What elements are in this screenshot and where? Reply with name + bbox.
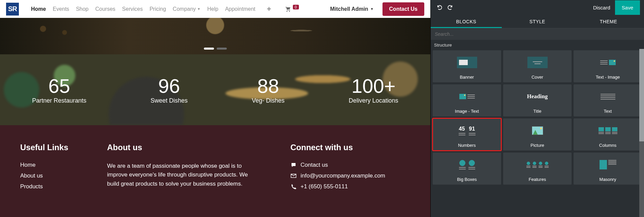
sidebar-scrollbar[interactable] bbox=[639, 49, 644, 217]
nav-appointment[interactable]: Appointment bbox=[225, 6, 255, 12]
block-image-text[interactable]: Image - Text bbox=[433, 84, 501, 116]
block-masonry[interactable]: Masonry bbox=[574, 153, 642, 185]
svg-point-1 bbox=[289, 11, 290, 12]
editor-toolbar: Discard Save bbox=[431, 0, 644, 15]
nav-home[interactable]: Home bbox=[31, 6, 46, 12]
footer-link-home[interactable]: Home bbox=[20, 162, 77, 168]
footer-contact-link[interactable]: Contact us bbox=[290, 162, 410, 168]
section-structure-label: Structure bbox=[431, 40, 644, 49]
tab-style[interactable]: STYLE bbox=[502, 15, 573, 28]
top-navigation: SR Home Events Shop Courses Services Pri… bbox=[0, 0, 430, 18]
nav-events[interactable]: Events bbox=[53, 6, 69, 12]
block-picture[interactable]: Picture bbox=[503, 118, 572, 151]
block-text[interactable]: Text bbox=[574, 84, 642, 116]
redo-button[interactable] bbox=[445, 2, 455, 12]
counter-4[interactable]: 100+ Delivery Locations bbox=[349, 75, 398, 105]
counter-value: 100+ bbox=[349, 75, 398, 97]
counter-label: Partner Restaurants bbox=[32, 97, 86, 104]
speech-icon bbox=[290, 162, 297, 168]
block-features[interactable]: Features bbox=[503, 153, 572, 185]
counter-value: 96 bbox=[151, 75, 188, 97]
save-button[interactable]: Save bbox=[615, 0, 640, 15]
cart-count-badge: 0 bbox=[293, 5, 299, 9]
numbers-section[interactable]: 65 Partner Restaurants 96 Sweet Dishes 8… bbox=[0, 54, 430, 125]
footer-connect-title: Connect with us bbox=[290, 143, 410, 152]
footer-about-text: We are a team of passionate people whose… bbox=[107, 162, 260, 188]
nav-courses[interactable]: Courses bbox=[95, 6, 116, 12]
nav-help[interactable]: Help bbox=[207, 6, 218, 12]
block-search-input[interactable] bbox=[431, 28, 644, 40]
chevron-down-icon: ▼ bbox=[370, 7, 374, 11]
hero-carousel bbox=[0, 18, 430, 54]
counter-2[interactable]: 96 Sweet Dishes bbox=[151, 75, 188, 105]
nav-shop[interactable]: Shop bbox=[76, 6, 88, 12]
footer-link-about[interactable]: About us bbox=[20, 172, 77, 179]
phone-icon bbox=[290, 184, 297, 190]
nav-services[interactable]: Services bbox=[122, 6, 143, 12]
undo-button[interactable] bbox=[435, 2, 445, 12]
counter-label: Sweet Dishes bbox=[151, 97, 188, 104]
nav-pricing[interactable]: Pricing bbox=[150, 6, 166, 12]
carousel-indicator-2[interactable] bbox=[217, 48, 227, 50]
tab-theme[interactable]: THEME bbox=[573, 15, 644, 28]
footer-links-title: Useful Links bbox=[20, 143, 77, 152]
counter-1[interactable]: 65 Partner Restaurants bbox=[32, 75, 86, 105]
counter-value: 88 bbox=[252, 75, 284, 97]
discard-button[interactable]: Discard bbox=[593, 5, 610, 10]
blocks-grid: Banner Cover Text - Image Image - Text H… bbox=[433, 50, 642, 185]
footer-phone[interactable]: +1 (650) 555-0111 bbox=[290, 183, 410, 190]
counter-label: Delivery Locations bbox=[349, 97, 398, 104]
cart-icon bbox=[284, 6, 292, 12]
counter-label: Veg- Dishes bbox=[252, 97, 284, 104]
contact-us-button[interactable]: Contact Us bbox=[382, 2, 424, 16]
nav-menu: Home Events Shop Courses Services Pricin… bbox=[31, 5, 271, 13]
block-numbers[interactable]: 4591Numbers bbox=[433, 118, 501, 151]
chevron-down-icon: ▼ bbox=[197, 7, 201, 11]
footer-email[interactable]: info@yourcompany.example.com bbox=[290, 172, 410, 179]
svg-point-0 bbox=[286, 11, 287, 12]
logo[interactable]: SR bbox=[6, 3, 19, 16]
tab-blocks[interactable]: BLOCKS bbox=[431, 15, 502, 28]
block-title[interactable]: HeadingTitle bbox=[503, 84, 572, 116]
counter-value: 65 bbox=[32, 75, 86, 97]
user-menu[interactable]: Mitchell Admin▼ bbox=[330, 6, 373, 12]
envelope-icon bbox=[290, 173, 297, 179]
counter-3[interactable]: 88 Veg- Dishes bbox=[252, 75, 284, 105]
footer: Useful Links Home About us Products Abou… bbox=[0, 125, 430, 217]
editor-tabs: BLOCKS STYLE THEME bbox=[431, 15, 644, 28]
cart-button[interactable]: 0 bbox=[284, 6, 299, 12]
block-columns[interactable]: Columns bbox=[574, 118, 642, 151]
block-banner[interactable]: Banner bbox=[433, 50, 501, 82]
block-big-boxes[interactable]: Big Boxes bbox=[433, 153, 501, 185]
footer-about-title: About us bbox=[107, 143, 260, 152]
carousel-indicator-1[interactable] bbox=[204, 48, 214, 50]
nav-company[interactable]: Company▼ bbox=[173, 6, 201, 12]
carousel-indicators bbox=[204, 48, 227, 50]
block-cover[interactable]: Cover bbox=[503, 50, 572, 82]
editor-sidebar: Discard Save BLOCKS STYLE THEME Structur… bbox=[430, 0, 644, 217]
block-text-image[interactable]: Text - Image bbox=[574, 50, 642, 82]
add-menu-icon[interactable]: + bbox=[267, 5, 271, 13]
footer-link-products[interactable]: Products bbox=[20, 183, 77, 190]
